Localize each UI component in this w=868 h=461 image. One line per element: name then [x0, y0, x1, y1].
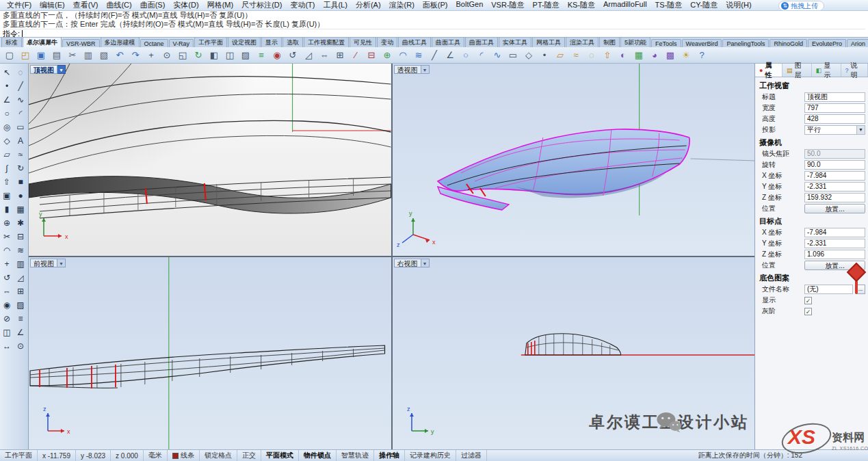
- menu-item-面板(P)[interactable]: 面板(P): [419, 0, 452, 10]
- offset-icon[interactable]: ≋: [411, 49, 426, 62]
- split-icon[interactable]: ⊟: [364, 49, 379, 62]
- zoom-icon[interactable]: ⊙: [159, 49, 174, 62]
- menu-item-PT-随意[interactable]: PT-随意: [529, 0, 564, 10]
- layers-icon[interactable]: ≡: [254, 49, 269, 62]
- rectangle-icon[interactable]: ▭: [505, 49, 521, 62]
- menu-item-分析(A)[interactable]: 分析(A): [352, 0, 385, 10]
- help-icon[interactable]: ?: [694, 49, 709, 62]
- viewport-menu-arrow-icon[interactable]: ▼: [421, 65, 430, 74]
- tab-工作视窗配置-10[interactable]: 工作视窗配置: [304, 38, 349, 47]
- panel-row-value[interactable]: 428: [804, 114, 865, 124]
- tab-FeTools-21[interactable]: FeTools: [651, 39, 681, 47]
- line-icon[interactable]: ╱: [14, 79, 27, 93]
- open-file-icon[interactable]: ◰: [18, 49, 33, 62]
- units-button[interactable]: 毫米: [144, 450, 168, 461]
- rotate-icon[interactable]: ↺: [285, 49, 300, 62]
- tab-V-Ray-5[interactable]: V-Ray: [169, 39, 194, 47]
- panel-row-value[interactable]: 90.0: [804, 160, 865, 170]
- menu-item-曲面(S)[interactable]: 曲面(S): [136, 0, 170, 10]
- viewport-title-right[interactable]: 右视图: [394, 259, 421, 267]
- join-icon[interactable]: ⊕: [380, 49, 395, 62]
- tab-5新功能-20[interactable]: 5新功能: [620, 38, 650, 47]
- arc-icon[interactable]: ◜: [474, 49, 489, 62]
- panel-row-value[interactable]: 顶视图: [804, 92, 865, 102]
- move-icon[interactable]: +: [0, 257, 14, 271]
- loft-icon[interactable]: ≈: [568, 49, 583, 62]
- menu-item-渲染(R)[interactable]: 渲染(R): [385, 0, 419, 10]
- offset-icon[interactable]: ≋: [14, 243, 27, 257]
- checkbox[interactable]: ✓: [804, 308, 812, 315]
- polyline-icon[interactable]: ∠: [443, 49, 458, 62]
- wireframe-view-icon[interactable]: ◫: [222, 49, 237, 62]
- menu-item-工具(L)[interactable]: 工具(L): [319, 0, 351, 10]
- viewport-title-perspective[interactable]: 透视图: [394, 65, 421, 74]
- group-icon[interactable]: ◫: [0, 326, 14, 339]
- tab-曲面工具-15[interactable]: 曲面工具: [465, 38, 498, 47]
- tab-网格工具-17[interactable]: 网格工具: [532, 38, 565, 47]
- checkbox[interactable]: ✓: [804, 297, 812, 304]
- command-prompt[interactable]: 指令:: [3, 29, 865, 38]
- panel-row-value[interactable]: -7.984: [804, 171, 865, 181]
- redo-icon[interactable]: ↷: [128, 49, 143, 62]
- menu-item-实体(D)[interactable]: 实体(D): [169, 0, 202, 10]
- toggle-正交[interactable]: 正交: [237, 450, 261, 461]
- panel-row-value[interactable]: -7.984: [804, 228, 865, 237]
- viewport-menu-arrow-icon[interactable]: ▼: [57, 65, 66, 74]
- menu-item-编辑(E)[interactable]: 编辑(E): [36, 0, 69, 10]
- viewport-menu-arrow-icon[interactable]: ▼: [57, 259, 66, 267]
- tab-渲染工具-18[interactable]: 渲染工具: [566, 38, 599, 47]
- zoom-window-icon[interactable]: ◱: [175, 49, 190, 62]
- join-icon[interactable]: ⊕: [0, 216, 14, 230]
- surface-icon[interactable]: ▱: [0, 148, 14, 161]
- new-file-icon[interactable]: ▢: [2, 49, 17, 62]
- panel-row-value[interactable]: 平行▼: [804, 125, 865, 135]
- tab-卓尔谟犀牛-1[interactable]: 卓尔谟犀牛: [23, 38, 62, 47]
- menu-item-尺寸标注(D)[interactable]: 尺寸标注(D): [237, 0, 286, 10]
- print-icon[interactable]: ▤: [49, 49, 64, 62]
- scale-icon[interactable]: ◿: [301, 49, 316, 62]
- undo-icon[interactable]: ↶: [112, 49, 127, 62]
- tab-WeaverBird-22[interactable]: WeaverBird: [682, 39, 722, 47]
- viewport-front[interactable]: z x 前视图 ▼: [29, 257, 391, 449]
- point-icon[interactable]: •: [0, 79, 14, 93]
- extrude-icon[interactable]: ⇧: [0, 175, 14, 189]
- menu-item-变动(T)[interactable]: 变动(T): [286, 0, 319, 10]
- tab-选取-9[interactable]: 选取: [282, 38, 303, 47]
- extrude-icon[interactable]: ⇧: [600, 49, 615, 62]
- toggle-智慧轨迹[interactable]: 智慧轨迹: [337, 450, 374, 461]
- current-layer-button[interactable]: 线条: [168, 450, 200, 461]
- tab-制图-19[interactable]: 制图: [599, 38, 620, 47]
- menu-item-文件(F)[interactable]: 文件(F): [3, 0, 36, 10]
- tab-Arion-26[interactable]: Arion: [847, 39, 868, 47]
- trim-icon[interactable]: ∕: [348, 49, 363, 62]
- loft-icon[interactable]: ≈: [14, 148, 27, 161]
- toggle-锁定格点[interactable]: 锁定格点: [200, 450, 237, 461]
- trim-icon[interactable]: ✂: [0, 230, 14, 243]
- viewport-top[interactable]: x y 顶视图 ▼: [29, 64, 391, 256]
- tab-可见性-11[interactable]: 可见性: [350, 38, 376, 47]
- arc-icon[interactable]: ◜: [14, 107, 27, 120]
- split-icon[interactable]: ⊟: [14, 230, 27, 243]
- tab-曲面工具-14[interactable]: 曲面工具: [432, 38, 464, 47]
- toggle-平面模式[interactable]: 平面模式: [261, 450, 299, 461]
- ghosted-view-icon[interactable]: ▨: [238, 49, 253, 62]
- menu-item-CY-随意[interactable]: CY-随意: [686, 0, 722, 10]
- panel-row-value[interactable]: -2.331: [804, 239, 865, 248]
- viewport-right[interactable]: z y 右视图 ▼ 卓尔谟工业设计小站: [393, 257, 755, 449]
- top-view-canvas[interactable]: x y: [29, 64, 391, 256]
- viewport-title-top[interactable]: 顶视图: [30, 65, 57, 74]
- menu-item-ArmadilloFull[interactable]: ArmadilloFull: [599, 0, 651, 10]
- toggle-过滤器[interactable]: 过滤器: [456, 450, 487, 461]
- surface-icon[interactable]: ▱: [553, 49, 568, 62]
- tab-工作平面-6[interactable]: 工作平面: [194, 38, 227, 47]
- paste-icon[interactable]: ▧: [96, 49, 111, 62]
- menu-item-VSR-随意[interactable]: VSR-随意: [487, 0, 528, 10]
- point-icon[interactable]: •: [537, 49, 552, 62]
- cylinder-icon[interactable]: ▮: [0, 202, 14, 216]
- array-icon[interactable]: ⊞: [332, 49, 347, 62]
- upload-button[interactable]: ⇅ 拖拽上传: [778, 1, 824, 11]
- panel-row-value[interactable]: 50.0: [804, 149, 865, 159]
- solid-icon[interactable]: ■: [14, 175, 27, 189]
- sweep-icon[interactable]: ∫: [0, 161, 14, 175]
- dimension-icon[interactable]: ↔: [0, 339, 14, 353]
